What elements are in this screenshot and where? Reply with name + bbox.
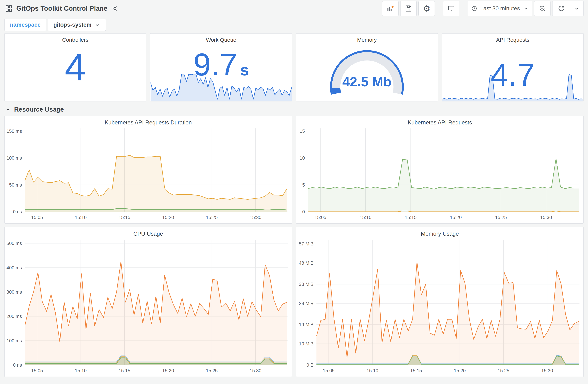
chart-canvas[interactable]: 05101515:0515:1015:1515:2015:2515:30 (296, 127, 582, 221)
panel-title[interactable]: Kubernetes API Requests Duration (4, 119, 292, 126)
svg-text:15:10: 15:10 (75, 215, 86, 220)
svg-text:19 MiB: 19 MiB (299, 322, 314, 327)
panel-memory: Memory 42.5 Mb (296, 33, 438, 101)
svg-text:0 ns: 0 ns (13, 209, 22, 214)
svg-text:15:05: 15:05 (31, 215, 43, 220)
svg-text:15:20: 15:20 (162, 368, 174, 373)
svg-text:100 ms: 100 ms (6, 338, 22, 343)
tv-mode-button[interactable] (443, 1, 459, 16)
svg-text:15:10: 15:10 (366, 368, 378, 373)
row-resource-usage[interactable]: Resource Usage (5, 106, 584, 113)
clock-icon (471, 5, 477, 12)
svg-text:5: 5 (302, 182, 305, 188)
refresh-button[interactable] (552, 1, 570, 16)
svg-text:50 ms: 50 ms (9, 182, 22, 188)
plot-area[interactable]: 0 ns100 ms200 ms300 ms400 ms500 ms15:051… (4, 238, 291, 375)
legend-header[interactable]: avgcurrent (296, 222, 584, 224)
svg-text:300 ms: 300 ms (6, 289, 22, 295)
template-variables: namespace gitops-system (4, 18, 584, 32)
svg-text:15:25: 15:25 (498, 368, 509, 373)
svg-text:15:20: 15:20 (450, 215, 462, 220)
svg-text:15:10: 15:10 (75, 368, 86, 373)
add-panel-icon (387, 5, 394, 12)
share-icon[interactable] (111, 5, 117, 12)
svg-text:15:15: 15:15 (405, 215, 417, 220)
svg-text:15:10: 15:10 (359, 215, 371, 220)
svg-text:15:20: 15:20 (454, 368, 466, 373)
panel-memory-usage: Memory Usage 0 B10 MiB19 MiB29 MiB38 MiB… (296, 227, 584, 377)
svg-text:15:25: 15:25 (206, 368, 218, 373)
svg-text:10 MiB: 10 MiB (299, 341, 314, 346)
add-panel-button[interactable] (382, 1, 399, 16)
legend-header[interactable]: avgcurrent (4, 375, 292, 377)
time-range-label: Last 30 minutes (480, 5, 520, 12)
svg-text:15:05: 15:05 (315, 215, 326, 220)
save-icon (405, 5, 412, 12)
time-range-picker[interactable]: Last 30 minutes (468, 1, 532, 16)
memory-gauge (296, 44, 438, 101)
dashboard-settings-button[interactable]: ⚙ (419, 1, 435, 16)
plot-area[interactable]: 0 B10 MiB19 MiB29 MiB38 MiB48 MiB57 MiB1… (296, 238, 582, 375)
stat-value: 9.7 (193, 34, 237, 83)
stat-value: 42.5 Mb (296, 74, 438, 89)
chevron-down-icon (523, 5, 529, 12)
panel-cpu-usage: CPU Usage 0 ns100 ms200 ms300 ms400 ms50… (4, 227, 292, 377)
refresh-interval-dropdown[interactable] (570, 1, 584, 16)
svg-text:0: 0 (302, 209, 305, 214)
row-title: Resource Usage (14, 106, 64, 113)
stat-unit: s (240, 61, 249, 79)
svg-text:29 MiB: 29 MiB (299, 301, 314, 306)
svg-text:15:30: 15:30 (250, 215, 261, 220)
svg-text:200 ms: 200 ms (6, 314, 22, 319)
zoom-out-icon (539, 5, 546, 12)
stat-value: 4.7 (491, 42, 535, 93)
panel-title[interactable]: Memory Usage (296, 231, 584, 237)
chart-canvas[interactable]: 0 ns100 ms200 ms300 ms400 ms500 ms15:051… (4, 238, 291, 374)
dashboard-header: GitOps Toolkit Control Plane ⚙ Last 30 m… (4, 0, 584, 17)
dashboard-title: GitOps Toolkit Control Plane (16, 5, 107, 12)
gauge-canvas (296, 44, 438, 101)
variable-namespace-select[interactable]: gitops-system (48, 19, 106, 31)
chevron-down-icon (5, 106, 11, 112)
chart-canvas[interactable]: 0 B10 MiB19 MiB29 MiB38 MiB48 MiB57 MiB1… (296, 238, 582, 374)
variable-namespace-label: namespace (4, 19, 46, 31)
svg-text:15:25: 15:25 (495, 215, 507, 220)
svg-text:15:05: 15:05 (323, 368, 335, 373)
charts-row-2: CPU Usage 0 ns100 ms200 ms300 ms400 ms50… (4, 227, 584, 377)
svg-text:150 ms: 150 ms (6, 128, 22, 134)
panel-title[interactable]: Kubernetes API Requests (296, 119, 584, 126)
zoom-out-button[interactable] (534, 1, 550, 16)
panel-title[interactable]: Memory (296, 37, 438, 43)
panel-api-requests: API Requests 4.7 (442, 33, 584, 101)
tv-icon (447, 5, 455, 12)
stat-value: 4 (65, 45, 86, 89)
panel-k8s-api-requests: Kubernetes API Requests 05101515:0515:10… (296, 116, 584, 224)
svg-text:15:15: 15:15 (119, 215, 130, 220)
legend: avgcurrent helm-controller-57f9b56bbf-k2… (4, 375, 292, 377)
svg-text:15:25: 15:25 (206, 215, 218, 220)
apps-grid-icon (5, 5, 13, 12)
svg-text:57 MiB: 57 MiB (299, 241, 314, 247)
refresh-icon (557, 5, 565, 12)
save-dashboard-button[interactable] (400, 1, 417, 16)
plot-area[interactable]: 0 ns50 ms100 ms150 ms15:0515:1015:1515:2… (4, 127, 291, 222)
stat-row: Controllers 4 Work Queue 9.7 s Memory 42… (4, 33, 584, 101)
gear-icon: ⚙ (423, 4, 430, 13)
legend-header[interactable]: avgcurrent (4, 222, 292, 224)
svg-text:38 MiB: 38 MiB (299, 281, 314, 287)
svg-text:15:30: 15:30 (250, 368, 261, 373)
svg-text:15:15: 15:15 (410, 368, 422, 373)
plot-area[interactable]: 05101515:0515:1015:1515:2015:2515:30 (296, 127, 582, 222)
chart-canvas[interactable]: 0 ns50 ms100 ms150 ms15:0515:1015:1515:2… (4, 127, 291, 221)
svg-text:100 ms: 100 ms (6, 155, 22, 161)
panel-controllers: Controllers 4 (4, 33, 146, 101)
legend: avgcurrent total 4.74 4.44 errors 0.01 0 (296, 222, 584, 224)
legend-header[interactable]: avgcurrent (296, 375, 584, 377)
panel-k8s-api-requests-duration: Kubernetes API Requests Duration 0 ns50 … (4, 116, 292, 224)
panel-title[interactable]: CPU Usage (4, 231, 292, 237)
svg-text:10: 10 (300, 155, 305, 161)
chevron-down-icon (574, 5, 580, 12)
svg-text:15:05: 15:05 (31, 368, 43, 373)
svg-text:0 ns: 0 ns (13, 362, 22, 368)
charts-row-1: Kubernetes API Requests Duration 0 ns50 … (4, 116, 584, 224)
